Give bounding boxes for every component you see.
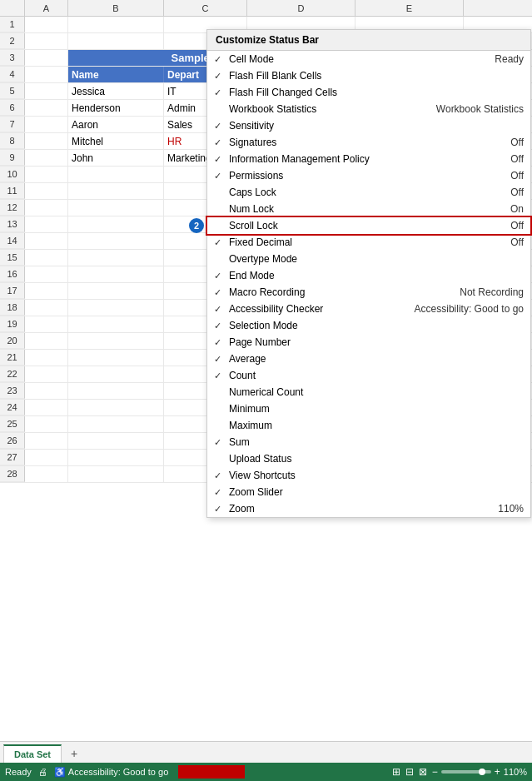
menu-item-minimum[interactable]: Minimum [207,400,530,417]
cell-16b[interactable] [68,266,164,282]
zoom-in-icon[interactable]: + [495,766,500,778]
cell-10b[interactable] [68,167,164,182]
cell-12a[interactable] [25,200,68,216]
cell-7a[interactable] [25,117,68,132]
cell-3a[interactable] [25,50,68,66]
cell-15b[interactable] [68,250,164,266]
cell-14b[interactable] [68,233,164,249]
cell-16a[interactable] [25,266,68,282]
cell-27a[interactable] [25,450,68,465]
menu-item-macro-recording[interactable]: ✓Macro RecordingNot Recording [207,284,530,301]
menu-item-cell-mode[interactable]: ✓Cell ModeReady [207,51,530,67]
cell-9b[interactable]: John [68,150,164,166]
cell-7b[interactable]: Aaron [68,117,164,132]
menu-item-count[interactable]: ✓Count [207,367,530,384]
cell-20b[interactable] [68,333,164,349]
cell-19b[interactable] [68,316,164,332]
cell-17a[interactable] [25,283,68,299]
menu-value-fixed-decimal: Off [502,236,524,248]
zoom-out-icon[interactable]: − [432,766,438,778]
sheet-tab-dataset[interactable]: Data Set [3,744,62,763]
menu-item-view-shortcuts[interactable]: ✓View Shortcuts [207,467,530,484]
status-input-box-badge1[interactable] [178,765,245,779]
view-page-icon[interactable]: ⊠ [419,766,427,778]
menu-item-zoom[interactable]: ✓Zoom110% [207,500,530,517]
cell-22b[interactable] [68,366,164,382]
view-normal-icon[interactable]: ⊞ [392,766,400,778]
cell-1a[interactable] [25,17,68,32]
cell-25a[interactable] [25,416,68,432]
cell-5b[interactable]: Jessica [68,83,164,99]
menu-item-selection-mode[interactable]: ✓Selection Mode [207,317,530,334]
cell-22a[interactable] [25,366,68,382]
cell-14a[interactable] [25,233,68,249]
cell-4b-header[interactable]: Name [68,67,164,82]
cell-27b[interactable] [68,450,164,465]
cell-23b[interactable] [68,383,164,399]
cell-20a[interactable] [25,333,68,349]
cell-8a[interactable] [25,133,68,149]
cell-2b[interactable] [68,33,164,49]
status-bar: Ready 🖨 ♿ Accessibility: Good to go ⊞ ⊟ … [0,763,532,781]
cell-4a[interactable] [25,67,68,82]
cell-8b[interactable]: Mitchel [68,133,164,149]
cell-12b[interactable] [68,200,164,216]
cell-11a[interactable] [25,183,68,199]
menu-item-maximum[interactable]: Maximum [207,417,530,434]
cell-21b[interactable] [68,350,164,366]
cell-23a[interactable] [25,383,68,399]
menu-check-accessibility-checker: ✓ [214,304,227,315]
cell-2a[interactable] [25,33,68,49]
cell-26a[interactable] [25,433,68,449]
menu-item-flash-fill-blank[interactable]: ✓Flash Fill Blank Cells [207,67,530,84]
cell-6b[interactable]: Henderson [68,100,164,116]
cell-18b[interactable] [68,300,164,316]
cell-5a[interactable] [25,83,68,99]
cell-13a[interactable] [25,216,68,232]
cell-11b[interactable] [68,183,164,199]
menu-item-fixed-decimal[interactable]: ✓Fixed DecimalOff [207,234,530,251]
cell-18a[interactable] [25,300,68,316]
cell-28a[interactable] [25,466,68,482]
menu-item-sum[interactable]: ✓Sum [207,434,530,450]
cell-17b[interactable] [68,283,164,299]
menu-item-numerical-count[interactable]: Numerical Count [207,384,530,400]
cell-6a[interactable] [25,100,68,116]
menu-item-average[interactable]: ✓Average [207,351,530,367]
menu-item-caps-lock[interactable]: Caps LockOff [207,184,530,201]
cell-15a[interactable] [25,250,68,266]
menu-item-accessibility-checker[interactable]: ✓Accessibility CheckerAccessibility: Goo… [207,301,530,317]
menu-item-signatures[interactable]: ✓SignaturesOff [207,134,530,151]
cell-9a[interactable] [25,150,68,166]
cell-24a[interactable] [25,400,68,415]
menu-check-sum: ✓ [214,437,227,448]
view-layout-icon[interactable]: ⊟ [405,766,414,778]
menu-item-upload-status[interactable]: Upload Status [207,450,530,467]
menu-item-flash-fill-changed[interactable]: ✓Flash Fill Changed Cells [207,84,530,101]
cell-26b[interactable] [68,433,164,449]
add-sheet-button[interactable]: + [65,744,83,763]
menu-item-sensitivity[interactable]: ✓Sensitivity [207,117,530,134]
menu-item-scroll-lock[interactable]: Scroll LockOff2 [207,217,530,234]
col-header-d: D [247,0,355,16]
menu-label-zoom: Zoom [227,503,490,515]
menu-label-count: Count [227,370,515,381]
menu-item-overtype-mode[interactable]: Overtype Mode [207,251,530,267]
cell-28b[interactable] [68,466,164,482]
menu-item-num-lock[interactable]: Num LockOn [207,201,530,217]
menu-item-info-mgmt[interactable]: ✓Information Management PolicyOff [207,151,530,167]
menu-item-workbook-stats[interactable]: Workbook StatisticsWorkbook Statistics [207,101,530,117]
zoom-slider[interactable] [441,770,491,774]
cell-25b[interactable] [68,416,164,432]
cell-10a[interactable] [25,167,68,182]
row-num-13: 13 [0,216,25,232]
cell-21a[interactable] [25,350,68,366]
cell-19a[interactable] [25,316,68,332]
menu-item-zoom-slider[interactable]: ✓Zoom Slider [207,484,530,500]
menu-item-page-number[interactable]: ✓Page Number [207,334,530,351]
cell-1b[interactable] [68,17,164,32]
cell-24b[interactable] [68,400,164,415]
menu-item-permissions[interactable]: ✓PermissionsOff [207,167,530,184]
cell-13b[interactable] [68,216,164,232]
menu-item-end-mode[interactable]: ✓End Mode [207,267,530,284]
